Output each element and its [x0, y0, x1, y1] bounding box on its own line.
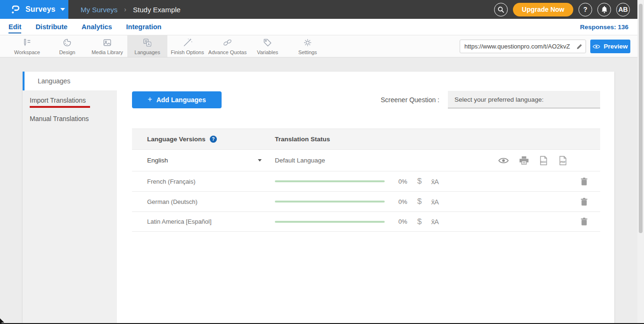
add-languages-button[interactable]: + Add Languages: [132, 91, 222, 108]
progress-percent: 0%: [398, 198, 411, 205]
responses-count[interactable]: Responses: 136: [580, 24, 644, 31]
scrollbar-thumb[interactable]: [639, 4, 643, 233]
toolbar-label: Languages: [134, 49, 160, 55]
pencil-icon: [576, 43, 583, 50]
palette-icon: [62, 37, 73, 48]
tab-integration[interactable]: Integration: [126, 20, 162, 33]
help-button[interactable]: ?: [578, 3, 592, 16]
help-icon[interactable]: ?: [210, 136, 217, 143]
trash-icon: [581, 198, 587, 206]
paid-translation-button[interactable]: $: [417, 217, 421, 227]
breadcrumb-current-survey: Study Example: [133, 6, 181, 14]
delete-language-button[interactable]: [581, 198, 587, 206]
toolbar-label: Design: [59, 49, 75, 55]
export-doc-button[interactable]: DOC: [539, 156, 548, 165]
languages-sidebar: Languages Import Translations Manual Tra…: [23, 72, 117, 324]
column-label: Translation Status: [275, 136, 330, 143]
toolbar-label: Advance Quotas: [208, 49, 247, 55]
table-row-default-language: English Default Language: [132, 150, 600, 171]
breadcrumb-my-surveys[interactable]: My Surveys: [81, 6, 117, 14]
image-icon: [102, 37, 113, 48]
top-bar-actions: Upgrade Now ? AB: [494, 3, 644, 16]
sidebar-item-languages[interactable]: Languages: [23, 72, 117, 90]
toolbar-item-advance-quotas[interactable]: Advance Quotas: [207, 35, 248, 57]
preview-button[interactable]: Preview: [590, 40, 630, 53]
progress-percent: 0%: [398, 178, 411, 185]
progress-percent: 0%: [398, 218, 411, 225]
magic-wand-icon: [182, 37, 193, 48]
print-button[interactable]: [520, 156, 528, 165]
language-name: Latin America [Español]: [147, 218, 212, 225]
sidebar-item-import-translations[interactable]: Import Translations: [23, 91, 117, 109]
column-translation-status: Translation Status: [275, 136, 600, 143]
language-name: French (Français): [147, 178, 196, 185]
toolbar-item-finish-options[interactable]: Finish Options: [167, 35, 207, 57]
panel-top-row: + Add Languages Screener Question : Sele…: [132, 91, 600, 108]
screener-question-group: Screener Question : Select your preferre…: [380, 91, 600, 108]
auto-translate-button[interactable]: x̄A: [431, 198, 438, 206]
search-button[interactable]: [494, 3, 508, 16]
table-row-german: German (Deutsch) 0% $ x̄A: [132, 191, 600, 211]
default-language-dropdown[interactable]: English: [147, 157, 275, 164]
toolbar-item-design[interactable]: Design: [47, 35, 87, 57]
delete-language-button[interactable]: [581, 218, 587, 226]
tab-analytics[interactable]: Analytics: [82, 20, 112, 33]
toolbar-item-variables[interactable]: Variables: [248, 35, 288, 57]
screener-question-select[interactable]: Select your preferred language:: [448, 91, 600, 108]
top-bar: Surveys My Surveys › Study Example Upgra…: [0, 0, 644, 19]
translation-progress-bar: [275, 180, 385, 182]
breadcrumb-separator: ›: [124, 6, 126, 13]
default-row-actions: DOC PDF: [498, 156, 600, 165]
bell-icon: [601, 6, 608, 13]
toolbar-item-workspace[interactable]: Workspace: [7, 35, 47, 57]
table-header-row: Language Versions ? Translation Status: [132, 129, 600, 150]
default-language-name: English: [147, 157, 168, 164]
view-survey-button[interactable]: [498, 157, 509, 164]
printer-icon: [520, 156, 528, 165]
translation-progress-bar: [275, 201, 385, 202]
preview-label: Preview: [603, 43, 627, 50]
add-languages-label: Add Languages: [157, 96, 206, 104]
breadcrumb: My Surveys › Study Example: [81, 6, 181, 14]
chevron-down-icon: [60, 8, 65, 11]
translation-progress-bar: [275, 221, 385, 223]
tab-edit[interactable]: Edit: [8, 20, 21, 33]
product-switcher[interactable]: Surveys: [0, 0, 68, 19]
upgrade-now-button[interactable]: Upgrade Now: [513, 3, 573, 16]
survey-url-box: [460, 40, 586, 53]
languages-table: Language Versions ? Translation Status E…: [132, 129, 600, 232]
search-icon: [497, 6, 504, 13]
workspace-icon: [22, 37, 33, 48]
survey-url-input[interactable]: [460, 43, 573, 50]
toolbar-item-settings[interactable]: Settings: [288, 35, 328, 57]
paid-translation-button[interactable]: $: [417, 177, 421, 186]
auto-translate-button[interactable]: x̄A: [431, 218, 438, 226]
sidebar-item-label: Import Translations: [30, 97, 86, 104]
tag-icon: [262, 37, 273, 48]
toolbar-item-media-library[interactable]: Media Library: [87, 35, 127, 57]
toolbar-label: Settings: [298, 49, 317, 55]
plus-icon: +: [148, 95, 152, 104]
tab-distribute[interactable]: Distribute: [35, 20, 67, 33]
pdf-label: PDF: [560, 161, 566, 163]
notifications-button[interactable]: [597, 3, 611, 16]
gear-icon: [302, 37, 313, 48]
pdf-file-icon: PDF: [559, 156, 567, 165]
survey-tab-bar: Edit Distribute Analytics Integration Re…: [0, 19, 644, 35]
toolbar-item-languages[interactable]: Languages: [127, 35, 167, 57]
auto-translate-button[interactable]: x̄A: [431, 178, 438, 186]
table-row-latin-america: Latin America [Español] 0% $ x̄A: [132, 211, 600, 232]
table-row-french: French (Français) 0% $ x̄A: [132, 171, 600, 191]
editor-toolbar: Workspace Design Media Library Languages: [0, 35, 644, 57]
paid-translation-button[interactable]: $: [417, 197, 421, 206]
edit-url-button[interactable]: [573, 43, 586, 50]
eye-icon: [593, 44, 600, 49]
avatar[interactable]: AB: [616, 3, 630, 16]
doc-file-icon: DOC: [539, 156, 548, 165]
toolbar-label: Media Library: [91, 49, 123, 55]
column-label: Language Versions: [147, 136, 206, 143]
delete-language-button[interactable]: [581, 178, 587, 186]
sidebar-item-manual-translations[interactable]: Manual Translations: [23, 109, 117, 128]
export-pdf-button[interactable]: PDF: [559, 156, 567, 165]
chevron-down-icon: [258, 159, 262, 162]
